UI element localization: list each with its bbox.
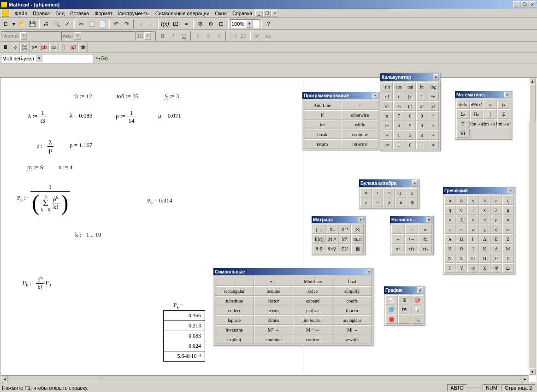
palette-button[interactable]: Υ [456, 263, 467, 273]
palette-button[interactable]: f(M) [313, 234, 325, 244]
palette-button[interactable]: •→ [405, 234, 419, 244]
palette-button[interactable]: − [416, 140, 427, 149]
preview-button[interactable]: 🔍 [52, 19, 62, 29]
help-button[interactable]: ? [263, 19, 273, 29]
palette-button[interactable]: 8 [405, 111, 416, 120]
menu-file[interactable]: Файл [12, 10, 30, 17]
palette-button[interactable]: 1 [393, 131, 404, 140]
palette-button[interactable]: ln [416, 82, 427, 91]
close-icon[interactable]: × [507, 188, 513, 193]
doc-minimize-button[interactable]: _ [255, 10, 263, 17]
palette-button[interactable]: xfy [405, 244, 419, 253]
palette-button[interactable]: ω [502, 225, 513, 234]
palette-button[interactable]: ∫ [484, 109, 497, 119]
matrix-palette-button[interactable]: [::] [20, 43, 30, 52]
palette-button[interactable]: ψ [491, 225, 502, 234]
symbolic-palette[interactable]: Символьные× →▪→Modifiersfloatrectangular… [213, 267, 373, 346]
palette-button[interactable]: ⁿ√ [428, 92, 439, 101]
restore-button[interactable]: ❐ [521, 1, 528, 8]
palette-button[interactable]: Γ [416, 92, 427, 101]
vertical-scrollbar[interactable]: ▲ ▼ [529, 77, 536, 375]
palette-button[interactable]: Σ [502, 254, 513, 263]
palette-button[interactable]: ∫ₐ [497, 100, 511, 109]
palette-button[interactable]: ▪→ [254, 277, 293, 286]
palette-button[interactable]: explicit [215, 335, 254, 344]
palette-button[interactable]: 4 [393, 121, 404, 130]
palette-button[interactable]: for [304, 120, 341, 129]
palette-button[interactable]: 3 [416, 131, 427, 140]
menu-edit[interactable]: Правка [30, 10, 53, 17]
palette-button[interactable]: tan [405, 82, 416, 91]
italic-button[interactable]: I [168, 31, 178, 41]
palette-button[interactable]: 🔍 [411, 315, 423, 324]
palette-button[interactable]: ∧ [384, 198, 395, 207]
palette-button[interactable]: η [444, 205, 455, 214]
scroll-thumb[interactable] [529, 84, 536, 121]
palette-button[interactable]: cos [393, 82, 404, 91]
palette-button[interactable]: expand [294, 296, 332, 305]
eq-n-def[interactable]: n := 4 [59, 164, 72, 171]
close-button[interactable]: × [529, 1, 536, 8]
print-button[interactable]: 🖨 [41, 19, 51, 29]
palette-button[interactable]: otherwise [342, 110, 379, 119]
palette-button[interactable]: M⁻¹ → [294, 325, 332, 334]
eq-lambda-def[interactable]: λ := 1t3 [28, 109, 47, 125]
right-button[interactable]: ≡ [214, 31, 224, 41]
paste-button[interactable]: 📄 [97, 19, 107, 29]
palette-button[interactable]: > [384, 188, 395, 197]
palette-button[interactable]: ∇f [456, 129, 470, 138]
palette-button[interactable]: eˣ [382, 101, 393, 111]
palette-button[interactable]: parfrac [294, 306, 332, 315]
palette-button[interactable]: continue [342, 130, 379, 139]
close-icon[interactable]: × [358, 217, 364, 222]
palette-button[interactable]: i [393, 92, 404, 101]
font-combo[interactable]: Arial▼ [61, 31, 135, 41]
palette-button[interactable]: Λ [491, 244, 502, 253]
calculus-palette-button[interactable]: ∫dx [40, 43, 49, 52]
redo-button[interactable]: ↷ [122, 19, 132, 29]
palette-button[interactable]: ⚡ [398, 315, 411, 324]
palette-button[interactable]: + [428, 131, 439, 140]
calculator-palette-button[interactable]: 🖩 [1, 43, 10, 52]
programming-palette[interactable]: Программирование× Add Line←ifotherwisefo… [302, 91, 380, 150]
palette-button[interactable]: invfourier [294, 315, 332, 325]
palette-button[interactable]: υ [456, 225, 467, 234]
menu-window[interactable]: Окно [212, 10, 230, 17]
palette-button[interactable]: float [333, 277, 372, 286]
close-icon[interactable]: × [433, 74, 439, 80]
palette-button[interactable]: π [382, 111, 393, 120]
palette-button[interactable]: 2 [405, 131, 416, 140]
eq-P0-def[interactable]: P0 := 1 ( n Σ k = 0 ρk k! ) [17, 183, 70, 214]
greek-palette[interactable]: Греческий× αβγδεζηθικλμνξοπρστυφχψωΑΒΓΔΕ… [443, 186, 515, 274]
fx-button[interactable]: f(x) [160, 19, 170, 29]
palette-button[interactable]: Ω [502, 263, 513, 273]
eval-palette-button[interactable]: x= [30, 43, 39, 52]
palette-button[interactable]: ο [467, 215, 478, 224]
palette-button[interactable]: substitute [215, 296, 254, 305]
palette-button[interactable]: Η [444, 244, 455, 253]
size-combo[interactable]: 10▼ [136, 31, 154, 41]
palette-button[interactable]: . [393, 140, 404, 149]
palette-button[interactable]: Ζ [502, 234, 513, 244]
palette-button[interactable]: ≤ [395, 188, 406, 197]
save-button[interactable]: 💾 [27, 19, 37, 29]
palette-button[interactable]: invlaplace [333, 315, 372, 325]
sup-button[interactable]: x² [252, 31, 262, 41]
palette-button[interactable]: Κ [479, 244, 490, 253]
left-button[interactable]: ≡ [193, 31, 203, 41]
bold-button[interactable]: B [158, 31, 168, 41]
palette-button[interactable]: 6 [416, 121, 427, 130]
palette-button[interactable]: ΣU [339, 244, 351, 253]
palette-button[interactable]: ρ [491, 215, 502, 224]
palette-button[interactable]: dⁿ/dxⁿ [470, 100, 484, 109]
eq-t3[interactable]: t3 := 12 [73, 93, 92, 100]
palette-button[interactable]: solve [294, 286, 332, 296]
palette-button[interactable]: [:::] [313, 225, 325, 234]
palette-button[interactable]: Σ [497, 109, 511, 119]
palette-button[interactable]: rewrite [333, 335, 372, 344]
palette-button[interactable]: ∨ [395, 198, 406, 207]
palette-button[interactable]: if [304, 110, 341, 119]
palette-button[interactable]: invztrans [215, 325, 254, 334]
site-combo[interactable]: Мой веб-узел▼ [1, 54, 93, 63]
palette-button[interactable]: / [428, 111, 439, 120]
